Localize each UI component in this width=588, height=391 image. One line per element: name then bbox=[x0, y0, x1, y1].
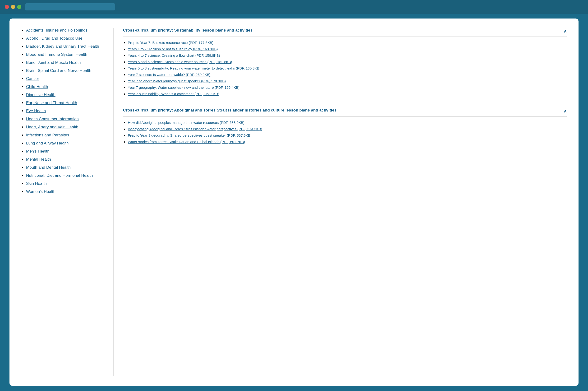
nav-list: Accidents, Injuries and PoisoningsAlcoho… bbox=[21, 28, 99, 194]
nav-link[interactable]: Nutritional, Diet and Hormonal Health bbox=[26, 173, 93, 178]
section-link[interactable]: Years 5 to 8 sustainability: Reading you… bbox=[128, 66, 261, 70]
section-header-aboriginal: Cross-curriculum priority: Aboriginal an… bbox=[123, 108, 567, 117]
section-link[interactable]: Prep to Year 7: Buckets resource race (P… bbox=[128, 41, 213, 45]
list-item: Bladder, Kidney and Urinary Tract Health bbox=[26, 44, 99, 49]
section-link[interactable]: Year 7 geography: Water supplies - now a… bbox=[128, 86, 239, 90]
list-item: Alcohol, Drug and Tobacco Use bbox=[26, 36, 99, 41]
list-item: Year 7 geography: Water supplies - now a… bbox=[128, 86, 567, 90]
list-item: Nutritional, Diet and Hormonal Health bbox=[26, 173, 99, 178]
left-nav: Accidents, Injuries and PoisoningsAlcoho… bbox=[21, 28, 99, 376]
list-item: Brain, Spinal Cord and Nerve Health bbox=[26, 68, 99, 73]
maximize-button[interactable] bbox=[17, 5, 21, 9]
nav-link[interactable]: Ear, Nose and Throat Health bbox=[26, 100, 77, 105]
nav-link[interactable]: Skin Health bbox=[26, 181, 47, 186]
nav-link[interactable]: Health Consumer Information bbox=[26, 117, 79, 121]
collapse-icon-sustainability[interactable]: ∧ bbox=[564, 28, 567, 34]
nav-link[interactable]: Brain, Spinal Cord and Nerve Health bbox=[26, 68, 91, 73]
nav-link[interactable]: Lung and Airway Health bbox=[26, 141, 69, 145]
section-title-aboriginal[interactable]: Cross-curriculum priority: Aboriginal an… bbox=[123, 108, 336, 113]
list-item: Lung and Airway Health bbox=[26, 141, 99, 146]
list-item: Years 1 to 7: To flush or not to flush r… bbox=[128, 47, 567, 51]
section-link[interactable]: Water stories from Torres Strait: Dauan … bbox=[128, 140, 245, 144]
list-item: Bone, Joint and Muscle Health bbox=[26, 60, 99, 65]
list-item: Infections and Parasites bbox=[26, 133, 99, 138]
close-button[interactable] bbox=[5, 5, 9, 9]
nav-link[interactable]: Mouth and Dental Health bbox=[26, 165, 71, 170]
section-link[interactable]: Years 1 to 7: To flush or not to flush r… bbox=[128, 47, 218, 51]
list-item: Prep to Year 7: Buckets resource race (P… bbox=[128, 41, 567, 45]
list-item: Cancer bbox=[26, 76, 99, 81]
section-header-sustainability: Cross-curriculum priority: Sustainabilit… bbox=[123, 28, 567, 37]
list-item: Child Health bbox=[26, 85, 99, 89]
section-link[interactable]: Year 7 sustainability: What is a catchme… bbox=[128, 92, 219, 96]
nav-link[interactable]: Accidents, Injuries and Poisonings bbox=[26, 28, 87, 32]
minimize-button[interactable] bbox=[11, 5, 15, 9]
browser-chrome bbox=[0, 0, 588, 14]
section-link[interactable]: Incorporating Aboriginal and Torres Stra… bbox=[128, 127, 262, 131]
address-bar[interactable] bbox=[25, 3, 115, 10]
section-link[interactable]: Prep to Year 8 geography: Shared perspec… bbox=[128, 133, 252, 137]
section-link[interactable]: Years 5 and 6 science: Sustainable water… bbox=[128, 60, 232, 64]
nav-link[interactable]: Digestive Health bbox=[26, 93, 56, 97]
section-title-sustainability[interactable]: Cross-curriculum priority: Sustainabilit… bbox=[123, 28, 252, 33]
nav-link[interactable]: Mental Health bbox=[26, 157, 51, 162]
section-link[interactable]: Years 4 to 7 science: Creating a flow ch… bbox=[128, 53, 220, 57]
nav-link[interactable]: Infections and Parasites bbox=[26, 133, 69, 137]
list-item: Men's Health bbox=[26, 149, 99, 154]
list-item: Years 5 and 6 science: Sustainable water… bbox=[128, 60, 567, 64]
list-item: Years 4 to 7 science: Creating a flow ch… bbox=[128, 53, 567, 57]
list-item: Health Consumer Information bbox=[26, 117, 99, 121]
nav-link[interactable]: Men's Health bbox=[26, 149, 50, 154]
list-item: Accidents, Injuries and Poisonings bbox=[26, 28, 99, 33]
section-links-aboriginal: How did Aboriginal peoples manage their … bbox=[123, 120, 567, 144]
section-divider bbox=[123, 103, 567, 103]
content-wrapper: Accidents, Injuries and PoisoningsAlcoho… bbox=[9, 18, 579, 386]
nav-link[interactable]: Bone, Joint and Muscle Health bbox=[26, 60, 81, 65]
list-item: Blood and Immune System Health bbox=[26, 52, 99, 57]
collapse-icon-aboriginal[interactable]: ∧ bbox=[564, 108, 567, 114]
traffic-lights bbox=[5, 5, 21, 9]
list-item: Mouth and Dental Health bbox=[26, 165, 99, 170]
nav-link[interactable]: Women's Health bbox=[26, 189, 56, 194]
list-item: Water stories from Torres Strait: Dauan … bbox=[128, 140, 567, 144]
section-link[interactable]: How did Aboriginal peoples manage their … bbox=[128, 120, 244, 125]
section-link[interactable]: Year 7 science: Water journeys guest spe… bbox=[128, 79, 226, 83]
list-item: Ear, Nose and Throat Health bbox=[26, 100, 99, 105]
list-item: Years 5 to 8 sustainability: Reading you… bbox=[128, 66, 567, 70]
list-item: Year 7 sustainability: What is a catchme… bbox=[128, 92, 567, 96]
nav-link[interactable]: Bladder, Kidney and Urinary Tract Health bbox=[26, 44, 99, 49]
list-item: Eye Health bbox=[26, 109, 99, 113]
nav-link[interactable]: Alcohol, Drug and Tobacco Use bbox=[26, 36, 82, 41]
list-item: Women's Health bbox=[26, 189, 99, 194]
nav-link[interactable]: Cancer bbox=[26, 76, 39, 81]
section-link[interactable]: Year 7 science: Is water renewable? (PDF… bbox=[128, 73, 211, 77]
list-item: Year 7 science: Is water renewable? (PDF… bbox=[128, 73, 567, 77]
nav-link[interactable]: Heart, Artery and Vein Health bbox=[26, 125, 78, 129]
list-item: Skin Health bbox=[26, 181, 99, 186]
list-item: Incorporating Aboriginal and Torres Stra… bbox=[128, 127, 567, 131]
list-item: Heart, Artery and Vein Health bbox=[26, 125, 99, 129]
section-links-sustainability: Prep to Year 7: Buckets resource race (P… bbox=[123, 41, 567, 96]
list-item: How did Aboriginal peoples manage their … bbox=[128, 120, 567, 125]
nav-link[interactable]: Blood and Immune System Health bbox=[26, 52, 87, 57]
list-item: Year 7 science: Water journeys guest spe… bbox=[128, 79, 567, 83]
nav-link[interactable]: Eye Health bbox=[26, 109, 46, 113]
list-item: Digestive Health bbox=[26, 93, 99, 97]
list-item: Mental Health bbox=[26, 157, 99, 162]
list-item: Prep to Year 8 geography: Shared perspec… bbox=[128, 133, 567, 137]
nav-link[interactable]: Child Health bbox=[26, 85, 48, 89]
right-column: Cross-curriculum priority: Sustainabilit… bbox=[113, 28, 567, 376]
